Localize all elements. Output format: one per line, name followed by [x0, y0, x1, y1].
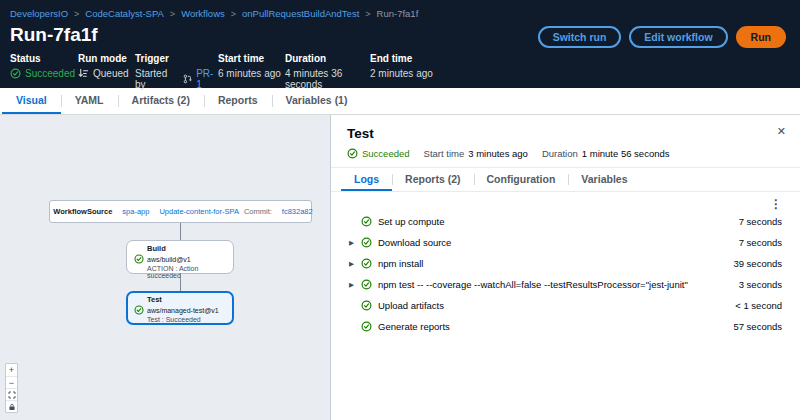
- log-row-npm-test[interactable]: ▶ npm test -- --coverage --watchAll=fals…: [349, 274, 782, 295]
- panel-duration: Duration 1 minute 56 seconds: [542, 148, 670, 159]
- meta-trigger-label: Trigger: [135, 53, 218, 64]
- run-button[interactable]: Run: [736, 26, 786, 48]
- tab-reports[interactable]: Reports: [204, 88, 272, 114]
- panel-tab-bar: Logs Reports (2) Configuration Variables: [331, 168, 800, 192]
- expand-arrow-icon[interactable]: ▶: [349, 281, 361, 289]
- build-node-action: aws/build@v1: [147, 256, 191, 263]
- pull-request-icon: [183, 74, 193, 84]
- panel-tab-configuration[interactable]: Configuration: [474, 168, 569, 191]
- log-step-duration: 39 seconds: [733, 258, 782, 269]
- meta-status: Status Succeeded: [10, 53, 78, 90]
- page-header: DevelopersIO > CodeCatalyst-SPA > Workfl…: [0, 0, 800, 88]
- log-step-label: Download source: [378, 237, 451, 248]
- switch-run-button[interactable]: Switch run: [538, 26, 622, 48]
- log-step-duration: 7 seconds: [739, 237, 782, 248]
- meta-run-mode: Run mode Queued: [78, 53, 135, 90]
- action-detail-panel: ✕ Test Succeeded Start time 3 minutes ag…: [331, 115, 800, 420]
- source-node-title: WorkflowSource: [53, 207, 112, 216]
- meta-start-time-value: 6 minutes ago: [218, 68, 285, 79]
- commit-label: Commit:: [244, 207, 272, 216]
- panel-tab-logs[interactable]: Logs: [341, 168, 392, 191]
- kebab-menu-icon[interactable]: ⋮: [770, 196, 782, 211]
- edge-source-to-build: [180, 223, 181, 240]
- build-action-node[interactable]: Build aws/build@v1 ACTION : Action succe…: [126, 240, 234, 274]
- test-action-node-selected[interactable]: Test aws/managed-test@v1 Test : Succeede…: [126, 291, 234, 325]
- fit-view-icon: [8, 391, 16, 399]
- breadcrumb-run-id: Run-7fa1f: [377, 8, 419, 19]
- log-step-label: npm test -- --coverage --watchAll=false …: [378, 279, 688, 290]
- log-step-duration: 7 seconds: [739, 216, 782, 227]
- panel-status-badge: Succeeded: [347, 148, 410, 159]
- lock-canvas-button[interactable]: [6, 400, 17, 412]
- log-row-download-source[interactable]: ▶ Download source 7 seconds: [349, 232, 782, 253]
- codecatalyst-run-page: DevelopersIO > CodeCatalyst-SPA > Workfl…: [0, 0, 800, 420]
- log-step-label: Set up compute: [378, 216, 445, 227]
- panel-header: Test Succeeded Start time 3 minutes ago …: [331, 115, 800, 168]
- zoom-in-button[interactable]: +: [6, 364, 17, 376]
- pr-link[interactable]: PR-1: [196, 68, 218, 90]
- close-icon[interactable]: ✕: [777, 125, 786, 138]
- breadcrumb: DevelopersIO > CodeCatalyst-SPA > Workfl…: [10, 8, 418, 19]
- meta-duration: Duration 4 minutes 36 seconds: [285, 53, 370, 90]
- test-node-title: Test: [147, 295, 226, 304]
- breadcrumb-project[interactable]: CodeCatalyst-SPA: [85, 8, 164, 19]
- logs-list: ⋮ Set up compute 7 seconds ▶ Download so…: [331, 192, 800, 337]
- chevron-right-icon: >: [170, 9, 175, 19]
- meta-duration-label: Duration: [285, 53, 370, 64]
- chevron-right-icon: >: [365, 9, 370, 19]
- panel-start-time: Start time 3 minutes ago: [424, 148, 528, 159]
- tab-artifacts[interactable]: Artifacts (2): [118, 88, 204, 114]
- log-step-duration: < 1 second: [735, 300, 782, 311]
- success-check-icon: [134, 254, 144, 264]
- repo-link[interactable]: spa-app: [122, 207, 149, 216]
- run-meta-bar: Status Succeeded Run mode Queued Trigger: [10, 53, 433, 90]
- test-node-action: aws/managed-test@v1: [147, 307, 219, 314]
- success-check-icon: [361, 237, 372, 248]
- meta-status-value: Succeeded: [10, 68, 78, 79]
- breadcrumb-workflows[interactable]: Workflows: [181, 8, 225, 19]
- meta-trigger: Trigger Started by PR-1: [135, 53, 218, 90]
- lock-icon: [8, 403, 16, 411]
- meta-end-time-label: End time: [370, 53, 433, 64]
- log-row-upload-artifacts: Upload artifacts < 1 second: [349, 295, 782, 316]
- workflow-graph-canvas[interactable]: WorkflowSource spa-app Update-content-fo…: [0, 115, 331, 420]
- zoom-out-button[interactable]: −: [6, 376, 17, 388]
- panel-tab-reports[interactable]: Reports (2): [392, 168, 473, 191]
- header-actions: Switch run Edit workflow Run: [538, 26, 786, 48]
- meta-start-time: Start time 6 minutes ago: [218, 53, 285, 90]
- success-check-icon: [361, 321, 372, 332]
- canvas-zoom-toolbar: + −: [5, 363, 18, 413]
- log-step-duration: 57 seconds: [733, 321, 782, 332]
- tab-yaml[interactable]: YAML: [61, 88, 118, 114]
- build-node-title: Build: [147, 244, 226, 253]
- success-check-icon: [361, 216, 372, 227]
- expand-arrow-icon[interactable]: ▶: [349, 239, 361, 247]
- success-check-icon: [134, 305, 144, 315]
- panel-status-line: Succeeded Start time 3 minutes ago Durat…: [347, 148, 784, 159]
- branch-link[interactable]: Update-content-for-SPA: [159, 207, 238, 216]
- edge-build-to-test: [180, 274, 181, 291]
- run-tab-bar: Visual YAML Artifacts (2) Reports Variab…: [0, 88, 800, 115]
- log-row-npm-install[interactable]: ▶ npm install 39 seconds: [349, 253, 782, 274]
- tab-variables[interactable]: Variables (1): [272, 88, 362, 114]
- page-title: Run-7fa1f: [10, 24, 98, 46]
- success-check-icon: [361, 300, 372, 311]
- meta-run-mode-value: Queued: [78, 68, 135, 79]
- meta-start-time-label: Start time: [218, 53, 285, 64]
- meta-duration-value: 4 minutes 36 seconds: [285, 68, 370, 90]
- expand-arrow-icon[interactable]: ▶: [349, 260, 361, 268]
- tab-visual[interactable]: Visual: [2, 88, 61, 114]
- edit-workflow-button[interactable]: Edit workflow: [629, 26, 727, 48]
- log-step-label: Upload artifacts: [378, 300, 444, 311]
- meta-run-mode-label: Run mode: [78, 53, 135, 64]
- meta-end-time-value: 2 minutes ago: [370, 68, 433, 79]
- breadcrumb-space[interactable]: DevelopersIO: [10, 8, 68, 19]
- commit-link[interactable]: fc832a82: [282, 207, 313, 216]
- breadcrumb-workflow-name[interactable]: onPullRequestBuildAndTest: [242, 8, 359, 19]
- log-step-duration: 3 seconds: [739, 279, 782, 290]
- panel-tab-variables[interactable]: Variables: [568, 168, 640, 191]
- log-step-label: npm install: [378, 258, 423, 269]
- fit-view-button[interactable]: [6, 388, 17, 400]
- workflow-source-node[interactable]: WorkflowSource spa-app Update-content-fo…: [49, 200, 312, 223]
- log-step-label: Generate reports: [378, 321, 450, 332]
